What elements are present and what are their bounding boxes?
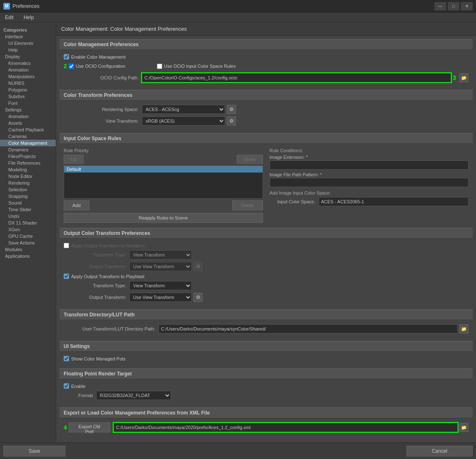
sidebar-item-kinematics[interactable]: Kinematics bbox=[0, 60, 56, 67]
transform-type-1-label: Transform Type: bbox=[72, 252, 126, 257]
sidebar-item-undo[interactable]: Undo bbox=[0, 213, 56, 220]
sidebar-item-settings[interactable]: Settings bbox=[0, 106, 56, 113]
minimize-button[interactable]: — bbox=[434, 2, 446, 10]
sidebar-item-snapping[interactable]: Snapping bbox=[0, 193, 56, 200]
close-button[interactable]: ✕ bbox=[461, 2, 473, 10]
annotation-3: 3 bbox=[453, 74, 456, 81]
use-ocio-checkbox[interactable] bbox=[69, 64, 74, 69]
sidebar-item-polygons[interactable]: Polygons bbox=[0, 86, 56, 93]
sidebar-item-node-editor[interactable]: Node Editor bbox=[0, 173, 56, 180]
sidebar-item-modules[interactable]: Modules bbox=[0, 246, 56, 253]
content-scroll: Color Management Preferences Enable Colo… bbox=[56, 36, 476, 442]
sidebar-item-sound[interactable]: Sound bbox=[0, 200, 56, 206]
reapply-btn[interactable]: Reapply Rules to Scene bbox=[64, 213, 263, 223]
section-output-body: Apply Output Transform to Renderer Trans… bbox=[60, 241, 473, 306]
sidebar-item-subdivs[interactable]: Subdivs bbox=[0, 93, 56, 100]
export-cm-pref-folder-btn[interactable]: 📁 bbox=[459, 423, 469, 432]
sidebar-item-nurbs[interactable]: NURBS bbox=[0, 80, 56, 86]
output-transform-2-dropdown[interactable]: Use View Transform bbox=[129, 293, 192, 302]
apply-to-playblast-label: Apply Output Transform to Playblast bbox=[71, 274, 144, 279]
sidebar-item-selection[interactable]: Selection bbox=[0, 186, 56, 193]
sidebar-item-animation-display[interactable]: Animation bbox=[0, 67, 56, 73]
section-floating-point-header: Floating Point Render Target bbox=[60, 368, 473, 379]
output-transform-1-gear-btn[interactable]: ⚙ bbox=[193, 262, 203, 271]
cancel-button[interactable]: Cancel bbox=[407, 446, 473, 457]
sidebar-item-color-management[interactable]: Color Management bbox=[0, 140, 56, 146]
apply-to-renderer-label: Apply Output Transform to Renderer bbox=[71, 243, 145, 248]
window-controls: — □ ✕ bbox=[434, 2, 473, 10]
window-title: Preferences bbox=[12, 3, 434, 9]
sidebar-item-cameras[interactable]: Cameras bbox=[0, 133, 56, 140]
sidebar-item-animation[interactable]: Animation bbox=[0, 113, 56, 120]
section-color-mgmt-header: Color Management Preferences bbox=[60, 39, 473, 50]
export-cm-pref-input[interactable] bbox=[114, 423, 458, 432]
sidebar-item-file-references[interactable]: File References bbox=[0, 160, 56, 166]
section-input-header: Input Color Space Rules bbox=[60, 133, 473, 144]
delete-rule-btn[interactable]: Delete bbox=[232, 200, 263, 210]
sidebar-item-help[interactable]: Help bbox=[0, 47, 56, 53]
user-transform-path-input[interactable] bbox=[159, 324, 458, 333]
view-transform-gear-btn[interactable]: ⚙ bbox=[227, 116, 236, 126]
menu-help[interactable]: Help bbox=[22, 14, 36, 21]
sidebar-item-interface[interactable]: Interface bbox=[0, 33, 56, 40]
ocio-path-input[interactable] bbox=[142, 73, 451, 82]
save-button[interactable]: Save bbox=[3, 446, 65, 457]
add-rule-btn[interactable]: Add bbox=[64, 200, 89, 210]
sidebar-item-manipulators[interactable]: Manipulators bbox=[0, 73, 56, 80]
user-transform-path-label: User Transform/LUT Directory Path: bbox=[64, 326, 155, 331]
transform-type-2-dropdown[interactable]: View Transform bbox=[129, 281, 192, 290]
view-transform-dropdown[interactable]: sRGB (ACES) bbox=[142, 116, 225, 126]
sidebar-item-dynamics[interactable]: Dynamics bbox=[0, 146, 56, 153]
sidebar-item-applications[interactable]: Applications bbox=[0, 253, 56, 259]
two-col-layout: Rule Priority Up Down Default Add Delete bbox=[64, 148, 469, 223]
image-extension-input[interactable] bbox=[270, 160, 469, 170]
image-extension-field: Image Extension: * bbox=[270, 155, 469, 170]
export-cm-pref-btn[interactable]: Export CM Pref bbox=[69, 422, 110, 432]
input-color-space-input[interactable] bbox=[319, 197, 469, 206]
down-btn[interactable]: Down bbox=[237, 155, 263, 164]
rendering-space-gear-btn[interactable]: ⚙ bbox=[227, 105, 236, 114]
sidebar-item-gpu-cache[interactable]: GPU Cache bbox=[0, 233, 56, 239]
sidebar-item-assets[interactable]: Assets bbox=[0, 120, 56, 126]
user-transform-path-folder-btn[interactable]: 📁 bbox=[459, 324, 469, 333]
show-color-managed-pots-checkbox[interactable] bbox=[64, 356, 69, 361]
sidebar-item-xgen[interactable]: XGen bbox=[0, 226, 56, 233]
transform-type-1-row: Transform Type: View Transform bbox=[72, 250, 469, 259]
sidebar-item-modeling[interactable]: Modeling bbox=[0, 166, 56, 173]
maximize-button[interactable]: □ bbox=[448, 2, 459, 10]
sidebar-item-dx11-shader[interactable]: DX 11 Shader bbox=[0, 220, 56, 226]
rule-item-default[interactable]: Default bbox=[64, 166, 263, 173]
content-area: Color Management: Color Management Prefe… bbox=[56, 22, 476, 442]
main-container: Categories Interface UI Elements Help Di… bbox=[0, 22, 476, 442]
sidebar-item-font[interactable]: Font bbox=[0, 100, 56, 106]
image-file-path-field: Image File Path Pattern: * bbox=[270, 172, 469, 187]
sidebar-item-time-slider[interactable]: Time Slider bbox=[0, 206, 56, 213]
sidebar-item-cached-playback[interactable]: Cached Playback bbox=[0, 126, 56, 133]
sidebar-item-display[interactable]: Display bbox=[0, 53, 56, 60]
apply-to-playblast-checkbox[interactable] bbox=[64, 274, 69, 279]
sidebar-item-rendering[interactable]: Rendering bbox=[0, 180, 56, 186]
view-transform-row: View Transform: sRGB (ACES) ⚙ bbox=[64, 116, 469, 126]
image-file-path-input[interactable] bbox=[270, 178, 469, 187]
transform-type-1-dropdown[interactable]: View Transform bbox=[129, 250, 192, 259]
bottom-bar: Save Cancel bbox=[0, 442, 476, 459]
sidebar-item-files-projects[interactable]: Files/Projects bbox=[0, 153, 56, 160]
rendering-space-dropdown[interactable]: ACES - ACEScg bbox=[142, 105, 225, 114]
ocio-path-folder-btn[interactable]: 📁 bbox=[459, 73, 469, 82]
apply-to-renderer-checkbox[interactable] bbox=[64, 243, 69, 248]
input-color-space-label: Input Color Space: bbox=[270, 199, 315, 204]
up-btn[interactable]: Up bbox=[64, 155, 84, 164]
sidebar-item-ui-elements[interactable]: UI Elements bbox=[0, 40, 56, 47]
output-transform-1-dropdown[interactable]: Use View Transform bbox=[129, 262, 192, 271]
sidebar-item-save-actions[interactable]: Save Actions bbox=[0, 239, 56, 246]
enable-floating-point-checkbox[interactable] bbox=[64, 383, 69, 389]
section-color-transform-prefs: Color Transform Preferences Rendering Sp… bbox=[60, 90, 473, 130]
output-transform-2-gear-btn[interactable]: ⚙ bbox=[193, 293, 203, 302]
format-label: Format bbox=[64, 393, 93, 398]
show-color-managed-pots-label: Show Color Managed Pots bbox=[71, 356, 126, 361]
enable-color-mgmt-checkbox[interactable] bbox=[64, 54, 69, 59]
menu-edit[interactable]: Edit bbox=[3, 14, 15, 21]
format-dropdown[interactable]: R32G32B32A32_FLOAT bbox=[96, 391, 171, 400]
use-ocio-input-checkbox[interactable] bbox=[157, 64, 162, 69]
output-transform-1-row: Output Transform: Use View Transform ⚙ bbox=[72, 262, 469, 271]
